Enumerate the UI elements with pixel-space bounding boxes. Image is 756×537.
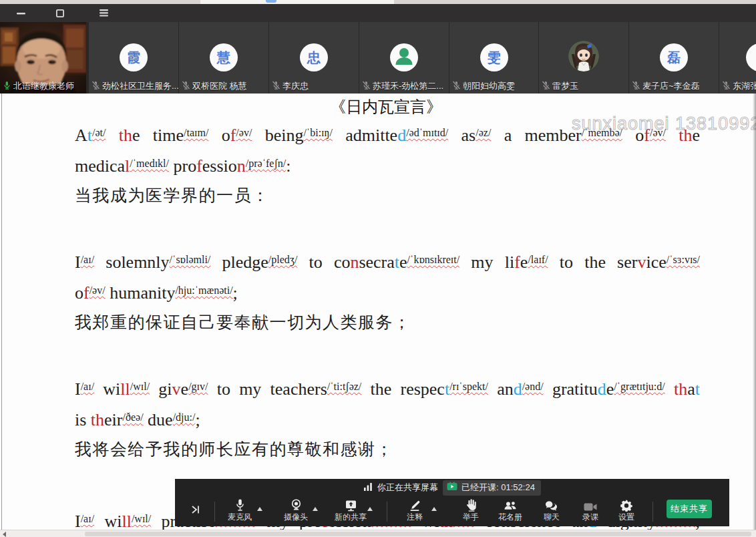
toolbar-separator bbox=[387, 502, 387, 522]
phonetic-annotation: /hju:ˈmænəti/ bbox=[175, 285, 232, 296]
word-segment: e bbox=[132, 126, 140, 145]
word-segment: wi bbox=[103, 379, 120, 399]
maximize-button[interactable] bbox=[50, 4, 70, 22]
participant-tile[interactable]: 北语继教康老师 bbox=[0, 22, 86, 94]
document-word: that bbox=[674, 379, 700, 399]
participant-tile[interactable]: 雯朝阳妇幼高雯 bbox=[449, 22, 538, 94]
phonetic-annotation: /ət/ bbox=[92, 127, 106, 138]
window-titlebar bbox=[0, 4, 756, 22]
participant-tile[interactable]: 雷梦玉 bbox=[539, 22, 628, 94]
word-segment: n bbox=[237, 156, 246, 176]
word-segment: d bbox=[514, 379, 522, 399]
collapse-panel-icon bbox=[190, 505, 200, 517]
word-segment: n bbox=[350, 252, 359, 272]
dropdown-arrow-icon[interactable] bbox=[313, 507, 318, 511]
participant-tile[interactable]: 磊麦子店~李金磊 bbox=[629, 22, 719, 94]
meeting-toolbar: 你正在共享屏幕 已经开课: 01:52:24 麦克风摄像头新的共享注释举手花名册… bbox=[175, 479, 729, 526]
word-segment: e bbox=[181, 379, 189, 399]
toolbar-status-row: 你正在共享屏幕 已经开课: 01:52:24 bbox=[175, 479, 729, 496]
word-segment: admitte bbox=[345, 126, 397, 145]
document-word: and/ənd/ bbox=[497, 379, 544, 399]
avatar-initial: 忠 bbox=[307, 51, 321, 64]
word-segment: my bbox=[239, 379, 261, 399]
phonetic-annotation: /ˈbi:ɪŋ/ bbox=[303, 127, 332, 138]
word-segment: gratitu bbox=[552, 379, 598, 399]
sharing-status-text: 你正在共享屏幕 bbox=[377, 482, 438, 494]
avatar: 霞 bbox=[120, 43, 148, 71]
participant-name-row: 苏瑾禾-劲松第二... bbox=[362, 81, 443, 92]
phonetic-annotation: /ˈmedɪkl/ bbox=[130, 158, 169, 169]
phonetic-annotation: /wɪl/ bbox=[130, 381, 150, 392]
word-segment: respec bbox=[401, 379, 445, 399]
microphone-icon bbox=[235, 499, 245, 512]
phonetic-annotation: /rɪˈspekt/ bbox=[449, 381, 488, 392]
chat-icon bbox=[545, 499, 558, 512]
document-word: my bbox=[239, 379, 261, 399]
person-avatar-icon bbox=[390, 42, 418, 73]
horizontal-scrollbar[interactable] bbox=[0, 530, 756, 537]
word-segment: I bbox=[75, 252, 81, 272]
menu-button[interactable] bbox=[93, 4, 114, 22]
document-word: I/aɪ/ bbox=[75, 252, 94, 272]
new-share-icon bbox=[345, 499, 357, 512]
document-word: a bbox=[504, 126, 512, 145]
phonetic-annotation: /ˈsɜ:vɪs/ bbox=[667, 254, 700, 265]
minimize-button[interactable] bbox=[11, 4, 31, 22]
toolbar-button-label: 摄像头 bbox=[284, 513, 308, 522]
participant-tile[interactable]: 慧双桥医院 杨慧 bbox=[179, 22, 268, 94]
word-tail-punctuation: ; bbox=[195, 410, 200, 429]
participant-tile[interactable]: 霞劲松社区卫生服务... bbox=[89, 22, 178, 94]
participant-name: 麦子店~李金磊 bbox=[642, 81, 700, 92]
word-segment: a bbox=[687, 379, 695, 399]
avatar bbox=[746, 43, 756, 71]
word-segment: f bbox=[514, 252, 520, 272]
mic-on-icon bbox=[3, 81, 11, 92]
word-segment: a bbox=[504, 126, 512, 145]
settings-button[interactable]: 设置 bbox=[603, 499, 650, 522]
dropdown-arrow-icon[interactable] bbox=[431, 507, 437, 511]
dropdown-arrow-icon[interactable] bbox=[257, 507, 262, 511]
document-word: I/aɪ/ bbox=[75, 379, 94, 399]
record-icon bbox=[584, 499, 597, 512]
avatar: 雯 bbox=[480, 43, 508, 71]
word-segment: medica bbox=[75, 156, 125, 176]
end-share-button[interactable]: 结束共享 bbox=[667, 500, 712, 518]
participant-tile[interactable]: 东湖张 bbox=[719, 22, 756, 94]
mic-muted-icon bbox=[542, 81, 550, 92]
phonetic-annotation: /əv/ bbox=[236, 127, 252, 138]
participant-tile[interactable]: 苏瑾禾-劲松第二... bbox=[359, 22, 449, 94]
document-word: humanity/hju:ˈmænəti/; bbox=[110, 283, 238, 303]
word-segment: is bbox=[75, 410, 86, 429]
word-segment: ll bbox=[120, 379, 130, 399]
phonetic-annotation: /wɪl/ bbox=[132, 513, 151, 524]
word-segment: ll bbox=[122, 512, 131, 531]
roster-button[interactable]: 花名册 bbox=[487, 499, 534, 522]
phonetic-annotation: /dju:/ bbox=[173, 411, 196, 423]
scrollbar-handle[interactable] bbox=[85, 532, 751, 536]
word-segment: e bbox=[606, 379, 614, 399]
scrollbar-left-arrow-icon[interactable] bbox=[3, 532, 6, 537]
word-segment: ser bbox=[617, 252, 637, 272]
word-segment: being bbox=[265, 126, 304, 145]
microphone-button[interactable]: 麦克风 bbox=[216, 499, 263, 522]
word-segment: f bbox=[83, 283, 89, 303]
toolbar-separator bbox=[652, 502, 653, 522]
toolbar-button-label: 注释 bbox=[407, 513, 423, 522]
document-word: being/ˈbi:ɪŋ/ bbox=[265, 126, 333, 145]
document-word: to bbox=[217, 379, 230, 399]
collapse-toolbar-button[interactable] bbox=[188, 504, 202, 518]
participant-name: 李庆忠 bbox=[282, 81, 309, 92]
document-word: the bbox=[371, 379, 392, 399]
word-segment: li bbox=[505, 252, 514, 272]
avatar-initial: 霞 bbox=[127, 51, 140, 64]
annotate-icon bbox=[409, 499, 421, 512]
avatar-initial: 慧 bbox=[217, 51, 230, 64]
word-segment: co bbox=[334, 252, 351, 272]
word-tail-punctuation: ; bbox=[233, 283, 238, 303]
participant-name: 劲松社区卫生服务... bbox=[102, 81, 178, 92]
document-text-line: medical/ˈmedɪkl/ profession/prəˈfeʃn/: bbox=[75, 152, 700, 178]
participant-tile[interactable]: 忠李庆忠 bbox=[269, 22, 359, 94]
mic-muted-icon bbox=[362, 81, 371, 92]
dropdown-arrow-icon[interactable] bbox=[367, 507, 373, 511]
document-right-shade bbox=[753, 94, 756, 537]
